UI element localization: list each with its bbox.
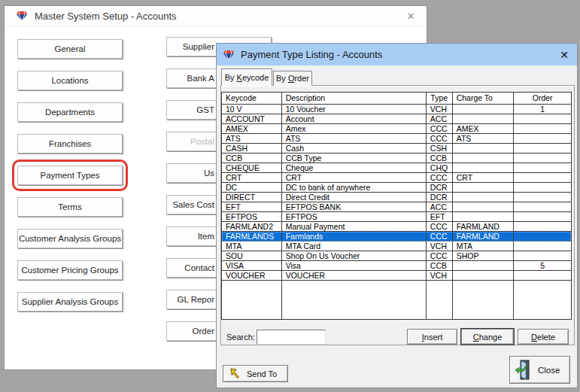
cell-description: Cheque [282, 163, 427, 172]
cell-charge-to [453, 193, 515, 202]
setup-button-locations[interactable]: Locations [17, 71, 123, 90]
cell-description: Amex [282, 124, 427, 133]
change-button[interactable]: Change [461, 329, 514, 345]
table-row-farmlands[interactable]: FARMLANDSFarmlandsCCCFARMLAND [222, 232, 571, 242]
cell-keycode: ATS [222, 134, 282, 143]
cell-keycode: CASH [222, 144, 282, 153]
table-row-ats[interactable]: ATSATSCCCATS [222, 134, 571, 144]
cell-type: EFT [427, 212, 453, 221]
table-row-visa[interactable]: VISAVisaCCB5 [222, 261, 571, 271]
table-row-sou[interactable]: SOUShop On Us VoucherCCCSHOP [222, 251, 571, 261]
close-icon: ✕ [407, 11, 415, 22]
cell-keycode: ACCOUNT [222, 114, 282, 123]
desktop: Master System Setup - Accounts ✕ General… [0, 0, 580, 392]
close-button[interactable]: Close [509, 356, 570, 384]
column-header-keycode: Keycode [222, 93, 282, 104]
cell-charge-to: CRT [453, 173, 515, 182]
search-input[interactable] [257, 330, 326, 345]
search-label: Search: [226, 333, 255, 342]
tab-label: By [276, 74, 288, 83]
cell-type: CSH [427, 144, 453, 153]
cell-description: Shop On Us Voucher [282, 251, 427, 260]
cell-charge-to [453, 105, 515, 114]
cell-charge-to [453, 183, 515, 192]
table-row-farmland2[interactable]: FARMLAND2Manual PaymentCCCFARMLAND [222, 222, 571, 232]
table-row-voucher[interactable]: VOUCHERVOUCHERVCH [222, 271, 571, 281]
cell-charge-to [453, 271, 515, 280]
cell-description: Cash [282, 144, 427, 153]
cell-type: ACC [427, 202, 453, 211]
cell-keycode: DC [222, 183, 282, 192]
dialog-titlebar[interactable]: Payment Type Listing - Accounts [217, 44, 577, 65]
setup-button-terms[interactable]: Terms [17, 197, 123, 217]
cell-type: ACC [427, 114, 453, 123]
cell-charge-to: AMEX [453, 124, 515, 133]
setup-button-customer-analysis-groups[interactable]: Customer Analysis Groups [17, 229, 123, 248]
table-row-dc[interactable]: DCDC to bank of anywhereDCR [222, 183, 571, 193]
empty-cell [514, 281, 571, 319]
cell-type: DCR [427, 193, 453, 202]
column-header-description: Description [282, 93, 427, 104]
cell-description: Manual Payment [282, 222, 427, 231]
cell-charge-to [453, 202, 515, 211]
payment-types-table: KeycodeDescriptionTypeCharge ToOrder10 V… [221, 92, 572, 320]
cell-keycode: SOU [222, 251, 282, 260]
close-icon: ✕ [560, 49, 569, 61]
cell-keycode: EFT [222, 202, 282, 211]
cell-charge-to [453, 212, 515, 221]
table-row-cheque[interactable]: CHEQUEChequeCHQ [222, 163, 571, 173]
cell-keycode: DIRECT [222, 193, 282, 202]
column-header-type: Type [427, 93, 453, 104]
insert-button[interactable]: Insert [407, 329, 457, 345]
cell-order: 5 [514, 261, 571, 270]
table-row-10-v[interactable]: 10 V10 VoucherVCH1 [222, 105, 571, 114]
payment-type-listing-dialog: Payment Type Listing - Accounts ✕ By Key… [216, 43, 578, 388]
cell-charge-to: MTA [453, 242, 515, 251]
setup-button-customer-pricing-groups[interactable]: Customer Pricing Groups [17, 260, 123, 280]
table-row-account[interactable]: ACCOUNTAccountACC [222, 114, 571, 124]
setup-button-general[interactable]: General [17, 39, 123, 59]
setup-button-supplier-analysis-groups[interactable]: Supplier Analysis Groups [17, 292, 123, 311]
cell-charge-to: ATS [453, 134, 515, 143]
cell-description: CCB Type [282, 153, 427, 163]
table-row-ccb[interactable]: CCBCCB TypeCCB [222, 153, 571, 163]
tab-by-keycode[interactable]: By Keycode [221, 68, 272, 86]
cell-order [514, 193, 571, 202]
table-row-amex[interactable]: AMEXAmexCCCAMEX [222, 124, 571, 134]
table-row-mta[interactable]: MTAMTA CardVCHMTA [222, 242, 571, 251]
cell-keycode: 10 V [222, 105, 282, 114]
cell-keycode: VISA [222, 261, 282, 270]
cell-type: VCH [427, 271, 453, 280]
cell-keycode: CHEQUE [222, 163, 282, 172]
cell-charge-to: FARMLAND [453, 232, 515, 241]
main-close-button[interactable]: ✕ [399, 8, 423, 25]
cell-description: Visa [282, 261, 427, 270]
tab-by-order[interactable]: By Order [273, 71, 312, 86]
table-row-crt[interactable]: CRTCRTCCCCRT [222, 173, 571, 183]
send-to-button[interactable]: Send To [223, 365, 288, 382]
cell-order [514, 222, 571, 231]
cell-type: VCH [427, 105, 453, 114]
cell-type: CCB [427, 261, 453, 270]
table-row-direct[interactable]: DIRECTDirect CreditDCR [222, 193, 571, 202]
button-label: Change [473, 333, 503, 342]
setup-button-departments[interactable]: Departments [17, 102, 123, 122]
table-row-eft[interactable]: EFTEFTPOS BANKACC [222, 202, 571, 212]
cell-type: CHQ [427, 163, 453, 172]
setup-button-franchises[interactable]: Franchises [17, 134, 123, 153]
exit-door-icon [515, 360, 533, 381]
table-row-cash[interactable]: CASHCashCSH [222, 144, 571, 153]
main-titlebar[interactable]: Master System Setup - Accounts [5, 6, 427, 26]
column-header-charge-to: Charge To [453, 93, 515, 104]
delete-button[interactable]: Delete [518, 329, 569, 345]
app-icon [223, 49, 235, 61]
cell-type: VCH [427, 242, 453, 251]
table-row-eftpos[interactable]: EFTPOSEFTPOSEFT [222, 212, 571, 222]
cell-order [514, 114, 571, 123]
cell-order [514, 144, 571, 153]
dialog-close-button[interactable]: ✕ [553, 45, 575, 64]
cell-order [514, 173, 571, 182]
button-label: Close [538, 366, 560, 375]
cell-type: CCC [427, 251, 453, 260]
cell-charge-to: SHOP [453, 251, 515, 260]
